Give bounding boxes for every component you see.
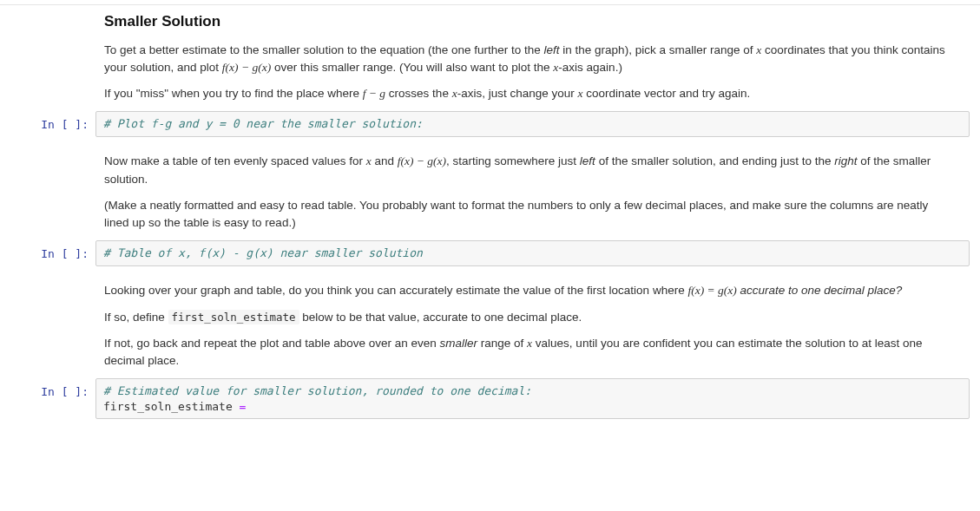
md-text: coordinate vector and try again. xyxy=(582,87,750,100)
md-text: Looking over your graph and table, do yo… xyxy=(104,284,687,297)
code-cell-2: In [ ]: # Table of x, f(x) - g(x) near s… xyxy=(10,240,970,266)
md3-paragraph-1: Looking over your graph and table, do yo… xyxy=(104,282,954,299)
top-divider xyxy=(0,4,980,5)
code-comment: # Plot f-g and y = 0 near the smaller so… xyxy=(103,117,423,130)
md-text: If you "miss" when you try to find the p… xyxy=(104,87,363,100)
md-text: If so, define xyxy=(104,311,168,324)
code-cell-1: In [ ]: # Plot f-g and y = 0 near the sm… xyxy=(10,111,970,137)
section-heading: Smaller Solution xyxy=(104,10,954,33)
md-text: Now make a table of ten evenly spaced va… xyxy=(104,154,366,167)
md-text: , starting somewhere just xyxy=(446,154,580,167)
md-text: If not, go back and repeat the plot and … xyxy=(104,337,440,350)
md-text: in the graph), pick a smaller range of xyxy=(560,43,757,56)
math-fx-minus-gx: f(x) − g(x) xyxy=(222,61,271,74)
input-prompt: In [ ]: xyxy=(10,111,95,134)
md-text: over this smaller range. (You will also … xyxy=(271,61,553,74)
code-input-area[interactable]: # Table of x, f(x) - g(x) near smaller s… xyxy=(95,240,970,266)
md3-paragraph-2: If so, define first_soln_estimate below … xyxy=(104,309,954,326)
md-text: -axis, just change your xyxy=(457,87,578,100)
math-f-minus-g: f − g xyxy=(363,87,385,100)
md-emph: accurate to one decimal place? xyxy=(740,284,903,297)
code-identifier: first_soln_estimate xyxy=(103,400,240,413)
md-emph: left xyxy=(580,154,595,167)
input-prompt: In [ ]: xyxy=(10,378,95,401)
code-comment: # Estimated value for smaller solution, … xyxy=(103,384,531,397)
md-emph: right xyxy=(834,154,857,167)
md-text: crosses the xyxy=(385,87,452,100)
code-input-area[interactable]: # Plot f-g and y = 0 near the smaller so… xyxy=(95,111,970,137)
md-text: -axis again.) xyxy=(558,61,622,74)
code-cell-3: In [ ]: # Estimated value for smaller so… xyxy=(10,378,970,419)
md2-paragraph-1: Now make a table of ten evenly spaced va… xyxy=(104,153,954,188)
md1-paragraph-1: To get a better estimate to the smaller … xyxy=(104,42,954,77)
md-text: range of xyxy=(477,337,527,350)
notebook-container: Smaller Solution To get a better estimat… xyxy=(0,0,980,452)
md-text: and xyxy=(372,154,398,167)
markdown-cell-3: Looking over your graph and table, do yo… xyxy=(104,282,954,370)
code-comment: # Table of x, f(x) - g(x) near smaller s… xyxy=(103,246,423,259)
markdown-cell-2: Now make a table of ten evenly spaced va… xyxy=(104,153,954,232)
md-emph: left xyxy=(544,43,560,56)
code-input-area[interactable]: # Estimated value for smaller solution, … xyxy=(95,378,970,419)
md3-paragraph-3: If not, go back and repeat the plot and … xyxy=(104,335,954,370)
md-text: To get a better estimate to the smaller … xyxy=(104,43,544,56)
inline-code: first_soln_estimate xyxy=(168,310,299,324)
md-text: of the smaller solution, and ending just… xyxy=(595,154,834,167)
md-text: below to be that value, accurate to one … xyxy=(299,311,582,324)
md-emph: smaller xyxy=(440,337,478,350)
md2-paragraph-2: (Make a neatly formatted and easy to rea… xyxy=(104,197,954,233)
code-operator: = xyxy=(240,400,247,413)
input-prompt: In [ ]: xyxy=(10,240,95,263)
math-fx-minus-gx: f(x) − g(x) xyxy=(398,154,446,167)
markdown-cell-heading: Smaller Solution To get a better estimat… xyxy=(104,10,954,102)
md1-paragraph-2: If you "miss" when you try to find the p… xyxy=(104,85,954,102)
math-fx-eq-gx: f(x) = g(x) xyxy=(687,284,736,297)
